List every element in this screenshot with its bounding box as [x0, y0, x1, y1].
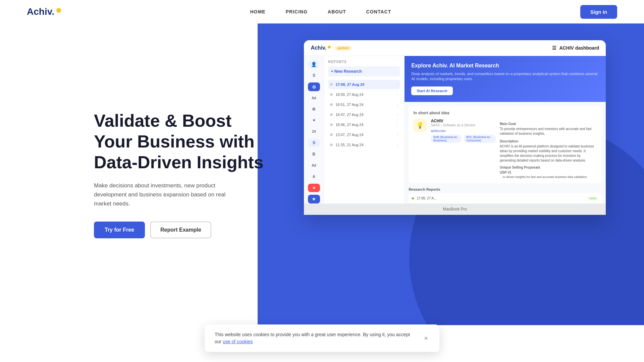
- sidebar-icon-star[interactable]: ✦: [308, 116, 320, 125]
- headline-line1: Validate & Boost: [94, 111, 231, 130]
- reports-panel: REPORTS + New Research 17:08, 27 Aug 24 …: [324, 56, 405, 203]
- report-dot-1: [330, 93, 333, 96]
- report-example-button[interactable]: Report Example: [150, 222, 211, 238]
- report-item-0[interactable]: 17:08, 27 Aug 24 ›: [328, 80, 400, 89]
- arrow-icon-5: ›: [397, 133, 398, 137]
- report-item-1[interactable]: 16:59, 27 Aug 24 ›: [328, 90, 400, 99]
- banner-title: Explore Achiv. AI Market Research: [411, 63, 599, 69]
- dashboard-banner: Explore Achiv. AI Market Research Deep a…: [405, 56, 606, 102]
- banner-description: Deep analysis of markets, trends, and co…: [411, 71, 599, 82]
- report-dot: [330, 83, 333, 86]
- report-dot-2: [330, 103, 333, 106]
- usp-label: Unique Selling Proposals: [500, 166, 597, 169]
- report-text-5: 13:47, 27 Aug 24: [335, 133, 394, 137]
- report-item-6[interactable]: 11:25, 21 Aug 24 ›: [328, 140, 400, 149]
- try-free-button[interactable]: Try for Free: [94, 222, 145, 238]
- idea-card: 💡 ACHIV SAAS - Software as a Service ach…: [413, 119, 597, 179]
- logo[interactable]: Achiv.: [27, 6, 61, 17]
- nav-home[interactable]: HOME: [250, 9, 266, 14]
- sidebar-icon-star2[interactable]: ★: [308, 195, 320, 203]
- idea-link[interactable]: achiv.com: [431, 129, 496, 133]
- arrow-icon-0: ›: [397, 83, 398, 86]
- report-text-3: 16:47, 27 Aug 24: [335, 113, 394, 117]
- start-ai-research-button[interactable]: Start AI Research: [411, 86, 452, 95]
- report-text-6: 11:25, 21 Aug 24: [335, 143, 394, 147]
- sidebar-icon-ad2[interactable]: Ad: [308, 161, 320, 170]
- report-dot-5: [330, 133, 333, 136]
- sidebar-icon-settings[interactable]: ⚙: [308, 105, 320, 114]
- lightbulb-icon: 💡: [416, 122, 424, 129]
- hero-headline: Validate & Boost Your Business with Data…: [94, 110, 290, 173]
- report-dot-6: [330, 143, 333, 146]
- report-text-1: 16:59, 27 Aug 24: [335, 93, 394, 97]
- report-item-2[interactable]: 16:51, 27 Aug 24 ›: [328, 100, 400, 109]
- signin-button[interactable]: Sign in: [580, 5, 617, 19]
- report-item-5[interactable]: 13:47, 27 Aug 24 ›: [328, 130, 400, 139]
- sidebar-icon-circle[interactable]: ◎: [308, 82, 320, 91]
- report-summary-row: 17:08, 27 A... +44%: [409, 193, 602, 203]
- sidebar-icon-a[interactable]: A: [308, 172, 320, 181]
- idea-section: In short about idea 💡 ACHIV SAAS - Softw…: [409, 106, 602, 183]
- sidebar-icon-ad[interactable]: Ad: [308, 94, 320, 103]
- cookie-link[interactable]: use of cookies: [223, 339, 253, 344]
- sidebar-icon-24[interactable]: 24: [308, 127, 320, 136]
- hero-section: Validate & Boost Your Business with Data…: [0, 23, 644, 325]
- usp-sub-label: USP #1: [500, 171, 597, 174]
- report-badge: +44%: [587, 196, 598, 201]
- dashboard-title-row: ☰ ACHIV dashboard: [552, 45, 599, 51]
- sidebar-icon-close[interactable]: ✕: [308, 184, 320, 192]
- nav-links: HOME PRICING ABOUT CONTACT: [250, 9, 391, 15]
- idea-sub: SAAS - Software as a Service: [431, 123, 496, 127]
- headline-line3: Data-Driven Insights: [94, 153, 264, 172]
- dashboard-main: Explore Achiv. AI Market Research Deep a…: [405, 56, 606, 203]
- navbar: Achiv. HOME PRICING ABOUT CONTACT Sign i…: [0, 0, 644, 23]
- nav-about[interactable]: ABOUT: [328, 9, 346, 14]
- description-section: Description ACHIV is an AI-powered platf…: [500, 139, 597, 163]
- sidebar-avatar: 👤: [308, 60, 320, 69]
- arrow-icon-1: ›: [397, 93, 398, 97]
- idea-info: ACHIV SAAS - Software as a Service achiv…: [431, 119, 496, 143]
- report-item-3[interactable]: 16:47, 27 Aug 24 ›: [328, 110, 400, 119]
- dashboard-logo: Achiv. partner: [311, 45, 352, 51]
- sidebar-icon-b[interactable]: B: [308, 150, 320, 159]
- report-item-4[interactable]: 18:46, 27 Aug 24 ›: [328, 120, 400, 129]
- idea-name: ACHIV: [431, 119, 496, 123]
- logo-dot-icon: [56, 8, 61, 13]
- sidebar-icon-s[interactable]: S: [308, 71, 320, 80]
- usp-text: AI-driven insights for fast and accurate…: [502, 175, 597, 179]
- reports-section-title: Research Reports: [409, 187, 602, 191]
- cookie-text: This website uses cookies to provide you…: [215, 331, 417, 345]
- new-research-button[interactable]: + New Research: [328, 66, 400, 76]
- hero-buttons: Try for Free Report Example: [94, 222, 290, 238]
- tag-b2c: B2C (Business-to-Consumer): [464, 135, 496, 143]
- report-text-4: 18:46, 27 Aug 24: [335, 123, 394, 127]
- dashboard-sidebar: 👤 S ◎ Ad ⚙ ✦ 24 S B Ad A ✕ ★: [304, 56, 324, 203]
- idea-tags: B2B (Business-to-Business) B2C (Business…: [431, 135, 496, 143]
- macbook-label: MacBook Pro: [304, 203, 606, 215]
- headline-line2: Your Business with: [94, 132, 255, 151]
- reports-section: Research Reports 17:08, 27 A... +44%: [405, 187, 606, 203]
- cookie-banner: This website uses cookies to provide you…: [205, 324, 439, 352]
- logo-text: Achiv.: [27, 6, 54, 17]
- description-label: Description: [500, 139, 597, 143]
- nav-contact[interactable]: CONTACT: [366, 9, 391, 14]
- arrow-icon-2: ›: [397, 103, 398, 107]
- tag-b2b: B2B (Business-to-Business): [431, 135, 462, 143]
- nav-pricing[interactable]: PRICING: [286, 9, 308, 14]
- arrow-icon-4: ›: [397, 123, 398, 127]
- dashboard-logo-dot: [328, 46, 331, 49]
- report-text-2: 16:51, 27 Aug 24: [335, 103, 394, 107]
- idea-icon: 💡: [413, 119, 427, 132]
- panel-title: REPORTS: [328, 60, 400, 64]
- dashboard-badge: partner: [335, 46, 352, 51]
- hero-content: Validate & Boost Your Business with Data…: [0, 110, 290, 239]
- sidebar-icon-s2[interactable]: S: [308, 139, 320, 147]
- report-text-0: 17:08, 27 Aug 24: [335, 82, 394, 86]
- arrow-icon-3: ›: [397, 113, 398, 117]
- report-row-text: 17:08, 27 A...: [417, 196, 584, 200]
- cookie-close-button[interactable]: ×: [423, 335, 429, 342]
- main-goal-label: Main Goal: [500, 122, 597, 126]
- main-goal-text: To provide entrepreneurs and investors w…: [500, 127, 597, 136]
- dashboard-logo-text: Achiv.: [311, 45, 326, 51]
- idea-section-title: In short about idea: [413, 111, 597, 115]
